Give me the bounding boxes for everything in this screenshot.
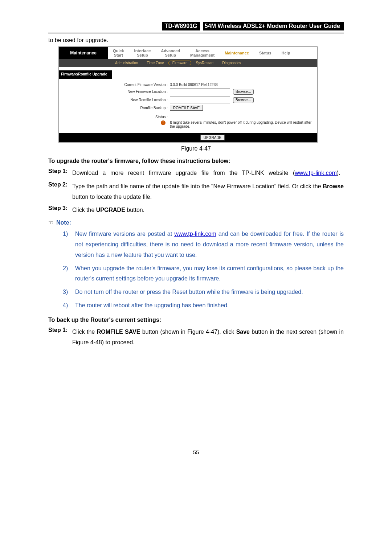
label-new-firmware: New Firmware Location : <box>111 90 170 94</box>
warning-icon: ! <box>161 120 166 125</box>
page-number: 55 <box>48 449 344 455</box>
tab-interface-setup[interactable]: Interface Setup <box>129 48 156 58</box>
device-model: TD-W8901G <box>162 22 200 30</box>
subnav-time-zone[interactable]: Time Zone <box>142 61 168 65</box>
tab-quick-start[interactable]: Quick Start <box>108 48 129 58</box>
label-new-romfile: New Romfile Location : <box>111 98 170 102</box>
note-item-4: The router will reboot after the upgradi… <box>63 300 344 311</box>
tab-advanced-setup[interactable]: Advanced Setup <box>156 48 185 58</box>
device-title: 54M Wireless ADSL2+ Modem Router User Gu… <box>203 22 344 30</box>
tab-help[interactable]: Help <box>277 50 295 56</box>
browse-firmware-button[interactable]: Browse… <box>233 89 254 95</box>
note-label: Note: <box>56 219 71 226</box>
label-status: Status : <box>111 115 170 119</box>
nav-section-title: Maintenance <box>59 47 108 59</box>
input-new-romfile[interactable] <box>170 97 230 103</box>
tab-status[interactable]: Status <box>254 50 277 56</box>
note-item-2: When you upgrade the router's firmware, … <box>63 263 344 284</box>
browse-romfile-button[interactable]: Browse… <box>233 97 254 103</box>
upgrade-instructions-heading: To upgrade the router's firmware, follow… <box>48 158 344 164</box>
upgrade-button[interactable]: UPGRADE <box>200 135 225 140</box>
label-current-version: Current Firmware Version : <box>111 83 170 87</box>
tp-link-website-link-2[interactable]: www.tp-link.com <box>174 231 216 237</box>
figure-caption: Figure 4-47 <box>48 145 344 152</box>
note-item-1: New firmware versions are posted at www.… <box>63 229 344 260</box>
header-divider <box>48 33 344 33</box>
note-item-3: Do not turn off the router or press the … <box>63 287 344 297</box>
romfile-save-button[interactable]: ROMFILE SAVE <box>170 105 203 111</box>
backup-heading: To back up the Router's current settings… <box>48 317 344 323</box>
label-romfile-backup: Romfile Backup : <box>111 106 170 110</box>
step-3-content: Click the UPGRADE button. <box>72 205 344 216</box>
step-1-content: Download a more recent firmware upgrade … <box>72 168 344 178</box>
step-3-label: Step 3: <box>48 205 72 216</box>
step-2-label: Step 2: <box>48 181 72 202</box>
status-warning-text: It might take several minutes, don't pow… <box>170 120 314 128</box>
tab-maintenance[interactable]: Maintenance <box>220 50 254 56</box>
section-firmware-upgrade: Firmware/Romfile Upgrade <box>59 70 112 79</box>
value-current-version: 3.0.0 Build 090617 Rel.12233 <box>170 83 218 87</box>
pointing-hand-icon: ☞ <box>48 219 53 226</box>
subnav-administration[interactable]: Administration <box>111 61 142 65</box>
input-new-firmware[interactable] <box>170 88 230 95</box>
subnav-firmware[interactable]: Firmware <box>168 61 192 65</box>
tab-access-management[interactable]: Access Management <box>185 48 220 58</box>
router-admin-screenshot: Maintenance Quick Start Interface Setup … <box>58 46 318 143</box>
subnav-sysrestart[interactable]: SysRestart <box>191 61 218 65</box>
backup-step-1-content: Click the ROMFILE SAVE button (shown in … <box>72 327 344 348</box>
step-1-label: Step 1: <box>48 168 72 178</box>
intro-text: to be used for upgrade. <box>48 37 344 44</box>
tp-link-website-link[interactable]: www.tp-link.com <box>295 170 337 176</box>
step-2-content: Type the path and file name of the updat… <box>72 181 344 202</box>
subnav-diagnostics[interactable]: Diagnostics <box>218 61 245 65</box>
backup-step-1-label: Step 1: <box>48 327 72 348</box>
